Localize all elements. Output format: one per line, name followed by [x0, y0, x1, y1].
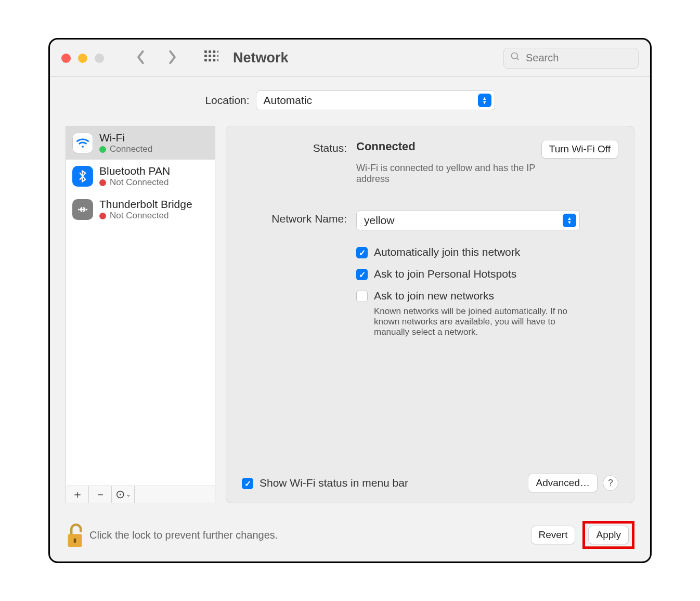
network-name-value: yellow	[364, 214, 394, 227]
interfaces-action-menu[interactable]: ⊙ ⌄	[112, 486, 135, 503]
interfaces-list[interactable]: Wi-Fi Connected Bluetooth PAN	[66, 126, 215, 486]
remove-interface-button[interactable]: －	[89, 486, 112, 503]
ask-hotspot-label: Ask to join Personal Hotspots	[374, 268, 516, 280]
status-description: Wi-Fi is connected to yellow and has the…	[356, 163, 564, 185]
location-popup[interactable]: Automatic ▲▼	[256, 90, 495, 110]
gear-icon: ⊙	[115, 488, 125, 501]
body: Wi-Fi Connected Bluetooth PAN	[50, 126, 650, 516]
lock-icon[interactable]	[66, 524, 84, 546]
search-icon	[510, 51, 521, 64]
wifi-icon	[72, 133, 93, 153]
svg-point-12	[209, 50, 211, 53]
svg-point-17	[213, 55, 216, 57]
thunderbolt-bridge-icon	[72, 199, 93, 220]
sidebar-item-status: Connected	[110, 144, 152, 154]
help-button[interactable]: ?	[603, 475, 618, 491]
network-preferences-window: Network Location: Automatic ▲▼	[48, 38, 652, 563]
chevron-down-icon: ⌄	[126, 491, 131, 498]
lock-text: Click the lock to prevent further change…	[89, 529, 278, 541]
sidebar-item-status: Not Connected	[110, 211, 168, 221]
advanced-button[interactable]: Advanced…	[528, 474, 598, 492]
svg-point-13	[213, 50, 216, 53]
svg-point-18	[217, 55, 218, 57]
show-status-checkbox[interactable]	[242, 478, 253, 489]
svg-rect-30	[74, 538, 76, 543]
window-controls	[61, 54, 104, 63]
auto-join-label: Automatically join this network	[374, 246, 520, 258]
svg-point-15	[204, 55, 207, 57]
svg-point-27	[86, 208, 87, 210]
status-value: Connected	[356, 140, 416, 153]
location-label: Location:	[205, 94, 249, 107]
svg-point-22	[217, 59, 218, 61]
revert-button[interactable]: Revert	[531, 526, 576, 544]
minimize-window-button[interactable]	[78, 54, 87, 63]
ask-hotspot-checkbox[interactable]	[356, 269, 368, 280]
sidebar-item-label: Bluetooth PAN	[99, 165, 170, 177]
sidebar-toolbar-spacer	[135, 486, 215, 503]
ask-new-networks-label: Ask to join new networks	[374, 290, 494, 302]
status-label: Status:	[242, 140, 356, 185]
sidebar-item-thunderbolt-bridge[interactable]: Thunderbolt Bridge Not Connected	[66, 193, 215, 226]
sidebar-item-label: Thunderbolt Bridge	[99, 198, 192, 211]
network-name-label: Network Name:	[242, 211, 356, 337]
stepper-arrows-icon: ▲▼	[478, 94, 491, 107]
page-title: Network	[233, 50, 289, 66]
stepper-arrows-icon: ▲▼	[563, 214, 576, 227]
bluetooth-icon	[72, 166, 93, 187]
sidebar-item-status: Not Connected	[110, 177, 168, 188]
sidebar-item-label: Wi-Fi	[99, 132, 152, 144]
apply-button-highlight: Apply	[582, 521, 634, 549]
forward-button[interactable]	[166, 49, 178, 67]
add-interface-button[interactable]: ＋	[66, 486, 89, 503]
location-row: Location: Automatic ▲▼	[50, 77, 650, 126]
svg-point-21	[213, 59, 216, 61]
close-window-button[interactable]	[61, 54, 71, 63]
svg-point-11	[204, 50, 207, 53]
svg-point-25	[82, 146, 84, 148]
sidebar-item-bluetooth-pan[interactable]: Bluetooth PAN Not Connected	[66, 160, 215, 193]
zoom-window-button[interactable]	[95, 54, 104, 63]
svg-point-16	[209, 55, 211, 57]
titlebar: Network	[50, 40, 650, 77]
svg-point-19	[204, 59, 207, 61]
back-button[interactable]	[135, 49, 147, 67]
sidebar-toolbar: ＋ － ⊙ ⌄	[66, 486, 215, 503]
ask-new-networks-checkbox[interactable]	[356, 291, 368, 302]
auto-join-checkbox[interactable]	[356, 247, 368, 258]
show-status-label: Show Wi-Fi status in menu bar	[260, 477, 408, 489]
status-dot-icon	[99, 179, 106, 186]
svg-point-26	[78, 208, 80, 210]
location-value: Automatic	[264, 94, 312, 107]
ask-new-networks-helper: Known networks will be joined automatica…	[374, 306, 582, 337]
search-field[interactable]	[503, 48, 639, 69]
apply-button[interactable]: Apply	[588, 526, 629, 544]
network-name-popup[interactable]: yellow ▲▼	[356, 211, 580, 230]
sidebar: Wi-Fi Connected Bluetooth PAN	[66, 126, 215, 503]
svg-point-14	[217, 50, 218, 53]
show-all-icon[interactable]	[204, 50, 218, 67]
toggle-wifi-button[interactable]: Turn Wi-Fi Off	[541, 140, 618, 159]
nav-arrows	[135, 49, 178, 67]
svg-line-24	[517, 58, 519, 60]
status-dot-icon	[99, 213, 106, 219]
detail-pane: Status: Connected Turn Wi-Fi Off Wi-Fi i…	[226, 126, 634, 503]
window-footer: Click the lock to prevent further change…	[50, 516, 650, 561]
status-dot-icon	[99, 146, 106, 153]
search-input[interactable]	[525, 51, 652, 64]
svg-point-20	[209, 59, 211, 61]
sidebar-item-wifi[interactable]: Wi-Fi Connected	[66, 126, 215, 160]
svg-point-23	[512, 53, 518, 59]
